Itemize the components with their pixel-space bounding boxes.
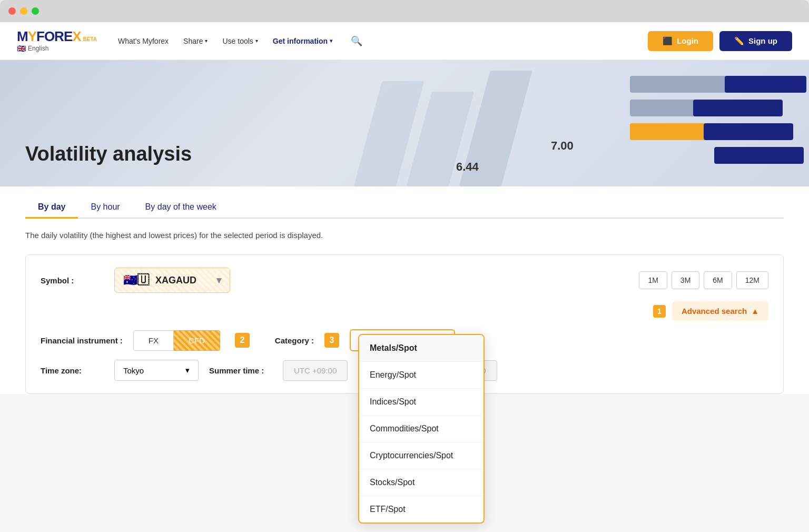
instrument-label: Financial instrument : — [41, 336, 123, 345]
login-button[interactable]: ⬛ Login — [648, 31, 713, 51]
advanced-search-row: 1 Advanced search ▲ — [41, 301, 768, 321]
svg-text:7.00: 7.00 — [551, 139, 574, 152]
dropdown-item-energy[interactable]: Energy/Spot — [359, 362, 484, 389]
category-badge: 3 — [324, 333, 339, 348]
symbol-select[interactable]: 🇦🇺🇺 XAGAUD ▾ — [114, 268, 230, 293]
summer-time-label: Summer time : — [209, 366, 272, 375]
login-icon: ⬛ — [663, 36, 673, 46]
app-container: MYFOREX BETA 🇬🇧 English What's Myforex S… — [0, 22, 809, 532]
chevron-down-icon: ▾ — [205, 38, 208, 44]
tab-by-day-of-week[interactable]: By day of the week — [133, 197, 229, 219]
nav-share[interactable]: Share ▾ — [183, 37, 208, 45]
main-content: By day By hour By day of the week The da… — [0, 186, 809, 532]
period-3m[interactable]: 3M — [672, 271, 699, 289]
tab-bar: By day By hour By day of the week — [25, 186, 784, 219]
symbol-value: XAGAUD — [155, 275, 196, 286]
logo-text: MYFOREX — [17, 29, 81, 43]
nav-whats-myforex[interactable]: What's Myforex — [118, 37, 169, 45]
logo-beta: BETA — [83, 36, 97, 42]
minimize-button[interactable] — [20, 7, 27, 15]
svg-rect-9 — [693, 100, 783, 116]
nav-links: What's Myforex Share ▾ Use tools ▾ Get i… — [118, 32, 648, 51]
chevron-down-icon: ▾ — [216, 274, 221, 286]
close-button[interactable] — [8, 7, 16, 15]
nav-use-tools[interactable]: Use tools ▾ — [222, 37, 258, 45]
maximize-button[interactable] — [32, 7, 39, 15]
signup-button[interactable]: ✏️ Sign up — [719, 31, 792, 51]
timezone-select[interactable]: Tokyo ▾ — [114, 360, 199, 381]
logo-lang: 🇬🇧 English — [17, 44, 97, 53]
instrument-badge: 2 — [235, 333, 250, 348]
hero-banner: Volatility analysis 6.44 7.00 8.30 — [0, 60, 809, 186]
dropdown-item-stocks[interactable]: Stocks/Spot — [359, 469, 484, 496]
dropdown-item-metals[interactable]: Metals/Spot — [359, 335, 484, 362]
chevron-down-icon: ▾ — [185, 366, 190, 375]
header: MYFOREX BETA 🇬🇧 English What's Myforex S… — [0, 22, 809, 60]
page-title: Volatility analysis — [25, 143, 192, 165]
chevron-up-icon: ▲ — [751, 307, 759, 316]
dropdown-item-crypto[interactable]: Cryptocurrencies/Spot — [359, 442, 484, 469]
signup-icon: ✏️ — [734, 36, 744, 46]
instrument-buttons: FX CFD — [133, 330, 220, 351]
svg-rect-11 — [714, 147, 804, 164]
window-chrome — [0, 0, 809, 22]
nav-get-information[interactable]: Get information ▾ — [273, 37, 332, 45]
tab-by-hour[interactable]: By hour — [78, 197, 132, 219]
svg-rect-10 — [704, 123, 793, 140]
chevron-down-icon: ▾ — [330, 38, 332, 44]
tab-by-day[interactable]: By day — [25, 197, 78, 219]
dropdown-item-commodities[interactable]: Commodities/Spot — [359, 416, 484, 442]
dropdown-item-indices[interactable]: Indices/Spot — [359, 389, 484, 416]
svg-text:6.44: 6.44 — [456, 160, 479, 173]
period-6m[interactable]: 6M — [704, 271, 732, 289]
category-label: Category : — [275, 336, 314, 345]
advanced-search-badge: 1 — [653, 305, 666, 318]
svg-rect-12 — [725, 76, 806, 93]
svg-rect-8 — [630, 123, 714, 140]
logo-area: MYFOREX BETA 🇬🇧 English — [17, 29, 97, 53]
period-buttons: 1M 3M 6M 12M — [639, 271, 768, 289]
hero-chart: 6.44 7.00 8.30 — [335, 60, 809, 186]
instrument-cfd[interactable]: CFD — [174, 330, 220, 351]
search-button[interactable]: 🔍 — [347, 32, 366, 51]
period-12m[interactable]: 12M — [736, 271, 768, 289]
header-actions: ⬛ Login ✏️ Sign up — [648, 31, 792, 51]
timezone-label: Time zone: — [41, 366, 104, 375]
period-1m[interactable]: 1M — [639, 271, 667, 289]
flag-icon: 🇬🇧 — [17, 44, 26, 53]
symbol-flag-icon: 🇦🇺🇺 — [123, 273, 149, 287]
chevron-down-icon: ▾ — [255, 38, 258, 44]
lang-label: English — [28, 45, 48, 52]
instrument-fx[interactable]: FX — [133, 330, 174, 351]
category-dropdown: Metals/Spot Energy/Spot Indices/Spot Com… — [358, 334, 485, 524]
dropdown-item-etf[interactable]: ETF/Spot — [359, 496, 484, 523]
description-text: The daily volatility (the highest and lo… — [25, 219, 784, 254]
filter-row-symbol: Symbol : 🇦🇺🇺 XAGAUD ▾ 1M 3M 6M 12M — [41, 268, 768, 293]
advanced-search-button[interactable]: Advanced search ▲ — [672, 301, 768, 321]
summer-time-value: UTC +09:00 — [283, 360, 348, 381]
symbol-label: Symbol : — [41, 276, 104, 285]
